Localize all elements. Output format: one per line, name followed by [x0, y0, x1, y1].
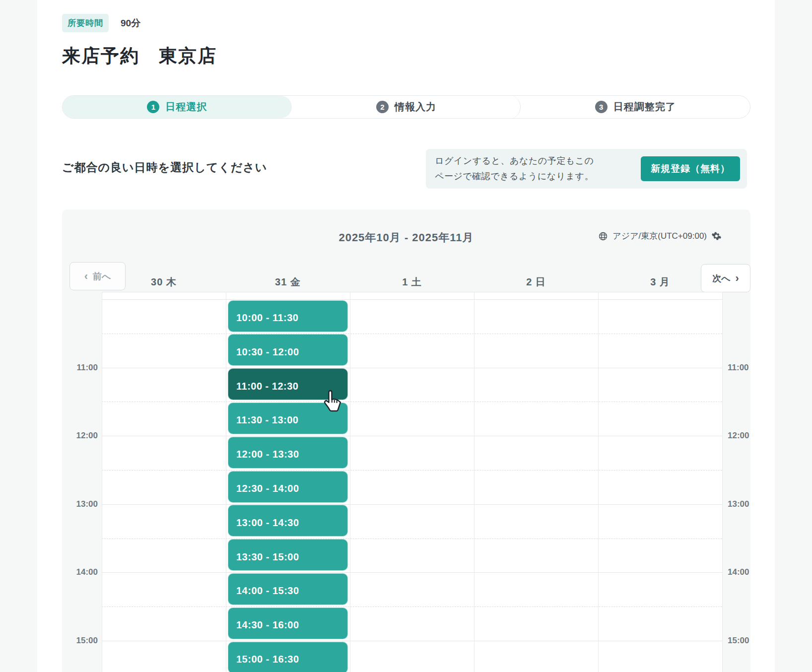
time-slot[interactable]: 13:30 - 15:00 [228, 539, 348, 571]
duration-value: 90分 [121, 17, 140, 30]
time-label-left: 15:00 [62, 636, 98, 646]
time-label-right: 13:00 [728, 499, 750, 509]
column-divider [598, 292, 599, 672]
half-hour-line [102, 334, 722, 334]
content-sheet: 所要時間 90分 来店予約 東京店 1日程選択2情報入力3日程調整完了 ご都合の… [37, 0, 775, 672]
step-tab-2[interactable]: 2情報入力 [292, 96, 521, 118]
time-slot-selected[interactable]: 11:00 - 12:30 [228, 368, 348, 400]
hour-line [102, 641, 722, 641]
hour-line [102, 299, 722, 300]
step-number-badge: 3 [595, 101, 608, 113]
column-divider [350, 292, 350, 672]
login-promo-box: ログインすると、あなたの予定もこの ページで確認できるようになります。 新規登録… [426, 149, 747, 189]
duration-badge: 所要時間 [62, 14, 109, 32]
signup-button[interactable]: 新規登録（無料） [641, 156, 740, 181]
calendar-grid: 30 木31 金1 土2 日3 月11:0011:0012:0012:0013:… [62, 209, 750, 672]
time-slot[interactable]: 15:00 - 16:30 [228, 642, 348, 672]
steps-bar: 1日程選択2情報入力3日程調整完了 [62, 95, 750, 119]
time-slot[interactable]: 12:30 - 14:00 [228, 471, 348, 503]
step-label: 日程調整完了 [613, 100, 676, 114]
step-number-badge: 1 [147, 101, 159, 113]
hour-line [102, 368, 722, 368]
login-promo-line2: ページで確認できるようになります。 [435, 169, 634, 185]
column-divider [722, 292, 723, 672]
duration-row: 所要時間 90分 [62, 14, 140, 32]
calendar-card: 2025年10月 - 2025年11月 アジア/東京(UTC+09:00) ‹ … [62, 209, 750, 672]
half-hour-line [102, 402, 722, 402]
column-divider [226, 292, 226, 672]
time-slot[interactable]: 12:00 - 13:30 [228, 437, 348, 469]
day-header: 1 土 [350, 273, 474, 291]
step-label: 日程選択 [165, 100, 207, 114]
day-column [350, 292, 474, 672]
time-label-left: 14:00 [62, 567, 98, 577]
time-label-right: 12:00 [728, 431, 750, 441]
time-slot[interactable]: 14:30 - 16:00 [228, 607, 348, 639]
half-hour-line [102, 606, 722, 607]
select-datetime-heading: ご都合の良い日時を選択してください [62, 160, 267, 175]
time-slot[interactable]: 10:30 - 12:00 [228, 334, 348, 366]
time-slot[interactable]: 10:00 - 11:30 [228, 300, 348, 332]
hour-line [102, 504, 722, 505]
day-column [474, 292, 598, 672]
time-slot[interactable]: 14:00 - 15:30 [228, 573, 348, 605]
column-divider [474, 292, 474, 672]
day-header: 31 金 [226, 273, 350, 291]
hour-line [102, 572, 722, 573]
half-hour-line [102, 470, 722, 470]
time-label-left: 11:00 [62, 363, 98, 373]
login-promo-text: ログインすると、あなたの予定もこの ページで確認できるようになります。 [435, 153, 634, 185]
day-header: 3 月 [598, 273, 722, 291]
time-slot[interactable]: 11:30 - 13:00 [228, 403, 348, 434]
day-header: 2 日 [474, 273, 598, 291]
column-divider [102, 292, 102, 672]
time-label-left: 12:00 [62, 431, 98, 441]
page-title: 来店予約 東京店 [62, 44, 217, 68]
grid-top-line [102, 292, 722, 292]
login-promo-line1: ログインすると、あなたの予定もこの [435, 153, 634, 169]
booking-page: 所要時間 90分 来店予約 東京店 1日程選択2情報入力3日程調整完了 ご都合の… [0, 0, 812, 672]
time-label-left: 13:00 [62, 499, 98, 509]
time-label-right: 11:00 [728, 363, 750, 373]
step-tab-1[interactable]: 1日程選択 [63, 96, 292, 118]
day-column [598, 292, 722, 672]
step-number-badge: 2 [376, 101, 389, 113]
time-label-right: 14:00 [728, 567, 750, 577]
time-slot[interactable]: 13:00 - 14:30 [228, 505, 348, 537]
day-column [102, 292, 226, 672]
step-tab-3[interactable]: 3日程調整完了 [521, 96, 750, 118]
half-hour-line [102, 538, 722, 539]
step-label: 情報入力 [395, 100, 436, 114]
hour-line [102, 436, 722, 436]
day-header: 30 木 [102, 273, 226, 291]
time-label-right: 15:00 [728, 636, 750, 646]
